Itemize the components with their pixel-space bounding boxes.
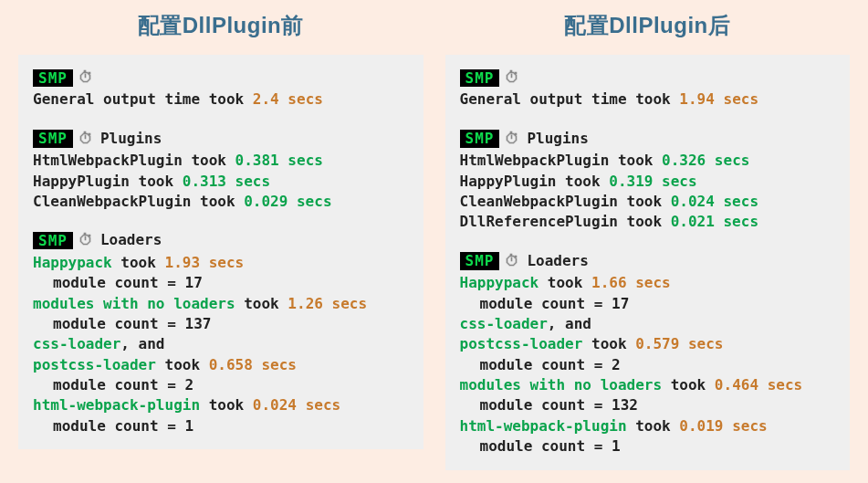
module-count: 1 [612,437,621,455]
plugin-name: CleanWebpackPlugin [460,193,618,210]
module-count-line: module count = 132 [460,395,836,415]
loader-name: css-loader [33,335,120,352]
module-count: 132 [612,396,638,414]
loader-time: 0.658 secs [209,356,297,373]
stopwatch-icon: ⏱ [78,129,93,149]
took-label: took [130,173,183,190]
module-count: 2 [185,376,194,394]
smp-badge: SMP [33,130,73,147]
loader-line: css-loader, and [33,334,409,354]
loader-line: html-webpack-plugin took 0.024 secs [33,395,409,415]
loader-time: 1.66 secs [591,274,671,291]
loader-time: 0.464 secs [715,376,802,394]
general-line: General output time took 2.4 secs [33,89,409,110]
took-label: took [191,193,244,210]
loader-line: Happypack took 1.93 secs [33,253,409,273]
loader-line: modules with no loaders took 0.464 secs [460,375,836,395]
took-label: took [627,417,680,435]
plugin-name: HtmlWebpackPlugin [460,152,610,169]
left-column: 配置DllPlugin前 SMP ⏱ General output time t… [18,11,424,465]
plugin-name: CleanWebpackPlugin [33,193,191,210]
stopwatch-icon: ⏱ [78,68,93,88]
module-label: module count = [53,315,185,332]
took-label: took [609,152,662,169]
loader-line: css-loader, and [460,314,836,334]
loader-name: modules with no loaders [33,295,235,312]
module-count: 2 [612,356,621,373]
smp-badge: SMP [33,232,73,249]
loader-time: 0.019 secs [679,417,767,435]
stopwatch-icon: ⏱ [505,251,519,271]
took-label: took [112,254,165,271]
module-label: module count = [53,274,185,291]
loader-line: Happypack took 1.66 secs [460,273,836,293]
loader-name: css-loader [460,315,548,332]
loader-time: 1.93 secs [165,254,245,271]
plugin-line: CleanWebpackPlugin took 0.024 secs [460,192,836,212]
took-label: took [156,356,209,373]
loader-time: 0.579 secs [635,335,723,352]
plugin-line: HappyPlugin took 0.313 secs [33,172,409,192]
loader-name: Happypack [460,274,539,291]
took-label: took [556,173,609,190]
plugin-line: HtmlWebpackPlugin took 0.326 secs [460,151,836,171]
smp-header: SMP ⏱ Plugins [460,129,836,149]
plugin-time: 0.313 secs [183,173,270,190]
module-label: module count = [53,376,185,394]
section-label: Loaders [100,230,162,250]
section-label: Loaders [527,251,588,271]
module-label: module count = [480,396,612,414]
module-label: module count = [53,417,185,435]
section-label: Plugins [100,129,162,149]
smp-header: SMP ⏱ [460,68,836,88]
module-label: module count = [480,437,612,455]
loader-name: postcss-loader [460,335,583,352]
general-time: 1.94 secs [679,90,758,108]
plugin-name: HappyPlugin [33,173,130,190]
plugin-time: 0.319 secs [609,173,696,190]
took-label: took [662,376,715,394]
plugin-line: HappyPlugin took 0.319 secs [460,172,836,192]
loader-name: Happypack [33,254,112,271]
plugin-time: 0.021 secs [671,213,758,230]
smp-header: SMP ⏱ Loaders [460,251,836,271]
smp-badge: SMP [460,130,500,147]
module-count: 1 [185,417,194,435]
section-label: Plugins [527,129,588,149]
loader-line: html-webpack-plugin took 0.019 secs [460,416,836,436]
loader-time: 0.024 secs [253,396,340,414]
module-label: module count = [480,295,612,312]
plugin-time: 0.029 secs [244,193,331,210]
smp-badge: SMP [33,69,73,87]
took-label: took [618,213,671,230]
module-count-line: module count = 137 [33,314,409,334]
module-count: 17 [612,295,629,312]
loader-name: modules with no loaders [460,376,663,394]
smp-header: SMP ⏱ Loaders [33,230,409,250]
took-label: took [582,335,635,352]
module-count-line: module count = 17 [33,273,409,293]
module-count: 137 [185,315,212,332]
took-label: took [539,274,591,291]
stopwatch-icon: ⏱ [505,129,519,149]
plugin-name: DllReferencePlugin [460,213,618,230]
loader-name: html-webpack-plugin [33,396,200,414]
loader-suffix: , and [120,335,164,352]
general-line: General output time took 1.94 secs [460,89,836,110]
module-count-line: module count = 2 [33,375,409,395]
loader-line: postcss-loader took 0.579 secs [460,334,836,354]
smp-header: SMP ⏱ [33,68,409,88]
plugin-name: HtmlWebpackPlugin [33,152,183,169]
left-terminal: SMP ⏱ General output time took 2.4 secs … [18,55,424,449]
module-count-line: module count = 1 [460,436,836,457]
plugin-time: 0.381 secs [235,152,323,169]
module-count-line: module count = 1 [33,416,409,436]
module-label: module count = [480,356,612,373]
module-count: 17 [185,274,203,291]
plugin-time: 0.024 secs [671,193,758,210]
smp-badge: SMP [460,69,500,87]
plugin-line: HtmlWebpackPlugin took 0.381 secs [33,151,409,171]
took-label: took [183,152,235,169]
general-prefix: General output time took [460,90,680,108]
general-prefix: General output time took [33,90,253,108]
